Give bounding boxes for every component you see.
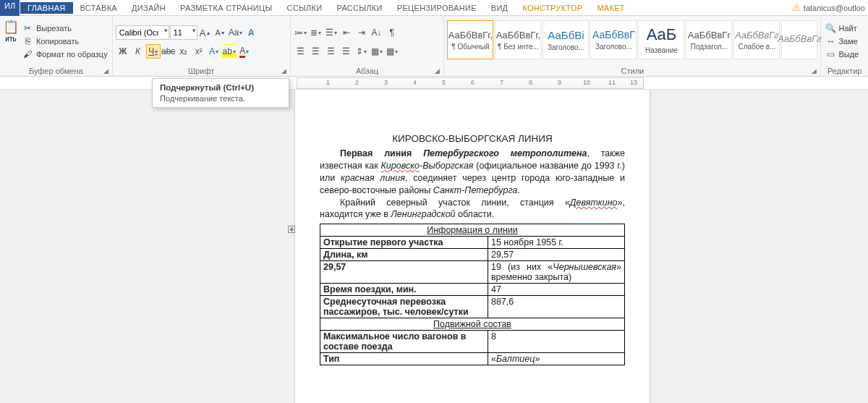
line-spacing-button[interactable]: ⇕ [354,44,369,59]
font-name-input[interactable] [116,25,169,40]
group-clipboard: 📋 ить ✂Вырезать ⎘Копировать 🖌Формат по о… [0,16,113,76]
group-label-editing: Редактир [824,65,865,76]
warning-icon: ⚠ [792,2,801,13]
find-button[interactable]: 🔍Найт [824,22,860,34]
replace-icon: ↔ [825,36,835,46]
horizontal-ruler[interactable]: 1 2 3 4 5 6 7 8 9 10 11 13 [297,77,644,89]
align-center-button[interactable]: ☰ [309,44,323,59]
shrink-font-button[interactable]: A▼ [213,25,228,40]
table-row: Тип«Балтиец» [320,353,625,365]
style-subtle[interactable]: АаБбВвГгСлабое в... [733,20,780,59]
group-paragraph: ≔ ≣ ☰ ⇤ ⇥ A↓ ¶ ☰ ☰ ☰ ☰ ⇕ ▦ ▦ Абзац ◢ [291,16,445,76]
copy-icon: ⎘ [22,36,33,46]
shading-button[interactable]: ▦ [370,44,384,59]
style-no-spacing[interactable]: АаБбВвГг,¶ Без инте... [495,20,541,59]
underline-button[interactable]: Ч [146,44,161,59]
table-header-1[interactable]: Информация о линии [320,224,625,237]
select-button[interactable]: ▭Выде [824,48,860,60]
styles-gallery[interactable]: АаБбВвГг,¶ Обычный АаБбВвГг,¶ Без инте..… [447,17,817,65]
subscript-button[interactable]: x₂ [176,44,191,59]
group-label-paragraph: Абзац [294,65,441,76]
font-size-combo[interactable] [170,25,197,40]
group-label-font: Шрифт [116,65,287,76]
tab-home[interactable]: ГЛАВНАЯ [20,2,73,14]
font-name-combo[interactable] [116,25,169,40]
group-editing: 🔍Найт ↔Заме ▭Выде Редактир [821,16,868,76]
tab-view[interactable]: ВИД [484,2,516,14]
doc-paragraph-2[interactable]: Крайний северный участок линии, станция … [320,197,625,221]
bold-button[interactable]: Ж [116,44,130,59]
tab-review[interactable]: РЕЦЕНЗИРОВАНИЕ [390,2,484,14]
paragraph-launcher[interactable]: ◢ [435,67,442,75]
tab-table-layout[interactable]: МАКЕТ [590,2,631,14]
tab-design[interactable]: ДИЗАЙН [124,2,173,14]
multilevel-button[interactable]: ☰ [324,25,339,40]
page[interactable]: КИРОВСКО-ВЫБОРГСКАЯ ЛИНИЯ Первая линия П… [295,90,650,403]
tooltip-body: Подчеркивание текста. [160,94,281,103]
table-row: Время поездки, мин.47 [320,284,625,296]
show-marks-button[interactable]: ¶ [385,25,399,40]
table-row: Открытие первого участка15 ноября 1955 г… [320,237,625,249]
group-styles: АаБбВвГг,¶ Обычный АаБбВвГг,¶ Без инте..… [444,16,821,76]
align-right-button[interactable]: ☰ [324,44,339,59]
user-account[interactable]: ⚠ tatanicus@outloo [792,2,868,13]
paste-button[interactable]: 📋 ить [3,17,19,65]
clipboard-icon: 📋 [3,19,19,35]
decrease-indent-button[interactable]: ⇤ [339,25,354,40]
ruler-bar: 1 2 3 4 5 6 7 8 9 10 11 13 [0,77,868,90]
sort-button[interactable]: A↓ [370,25,384,40]
strikethrough-button[interactable]: abc [161,44,176,59]
scissors-icon: ✂ [22,23,33,33]
tab-mailings[interactable]: РАССЫЛКИ [330,2,390,14]
brush-icon: 🖌 [22,49,33,59]
tab-constructor[interactable]: КОНСТРУКТОР [515,2,590,14]
tab-references[interactable]: ССЫЛКИ [280,2,330,14]
group-label-styles: Стили [447,65,817,76]
user-name: tatanicus@outloo [804,4,865,12]
align-justify-button[interactable]: ☰ [339,44,354,59]
italic-button[interactable]: К [131,44,145,59]
align-left-button[interactable]: ☰ [294,44,308,59]
font-color-button[interactable]: A [237,44,252,59]
cursor-icon: ▭ [825,49,835,59]
ribbon: 📋 ить ✂Вырезать ⎘Копировать 🖌Формат по о… [0,16,868,77]
styles-launcher[interactable]: ◢ [812,67,819,75]
format-painter-button[interactable]: 🖌Формат по образцу [20,48,109,60]
style-title[interactable]: АаБНазвание [638,20,684,59]
doc-table[interactable]: Информация о линии Открытие первого учас… [320,224,625,365]
tooltip-title: Подчеркнутый (Ctrl+U) [160,83,281,92]
table-row: Длина, км29,57 [320,249,625,261]
cut-button[interactable]: ✂Вырезать [20,22,109,34]
table-row: 29,5719 (из них «Чернышевская» временно … [320,261,625,284]
numbering-button[interactable]: ≣ [309,25,323,40]
clipboard-launcher[interactable]: ◢ [103,67,111,75]
increase-indent-button[interactable]: ⇥ [354,25,369,40]
style-heading2[interactable]: АаБбВвГЗаголово... [590,20,637,59]
borders-button[interactable]: ▦ [385,44,399,59]
document-canvas[interactable]: КИРОВСКО-ВЫБОРГСКАЯ ЛИНИЯ Первая линия П… [0,90,868,403]
table-header-2[interactable]: Подвижной состав [320,318,625,331]
tab-insert[interactable]: ВСТАВКА [73,2,124,14]
font-size-input[interactable] [170,25,197,40]
style-heading1[interactable]: АаБбВіЗаголово... [542,20,589,59]
replace-button[interactable]: ↔Заме [824,35,860,47]
style-normal[interactable]: АаБбВвГг,¶ Обычный [447,20,493,59]
change-case-button[interactable]: Aa [229,25,243,40]
group-label-clipboard: Буфер обмена [3,65,109,76]
search-icon: 🔍 [825,23,835,33]
underline-tooltip: Подчеркнутый (Ctrl+U) Подчеркивание текс… [152,78,289,108]
style-more[interactable]: АаБбВвГг [781,20,817,59]
bullets-button[interactable]: ≔ [294,25,308,40]
style-subtitle[interactable]: АаБбВвГгПодзагол... [686,20,732,59]
highlight-button[interactable]: ab [222,44,237,59]
tab-layout[interactable]: РАЗМЕТКА СТРАНИЦЫ [173,2,280,14]
font-launcher[interactable]: ◢ [281,67,289,75]
clear-formatting-button[interactable]: A̷ [244,25,258,40]
doc-paragraph-1[interactable]: Первая линия Петербургского метрополитен… [320,148,625,197]
copy-button[interactable]: ⎘Копировать [20,35,109,47]
grow-font-button[interactable]: A▲ [198,25,213,40]
doc-title[interactable]: КИРОВСКО-ВЫБОРГСКАЯ ЛИНИЯ [320,133,625,144]
table-move-handle[interactable]: ✥ [288,226,295,233]
superscript-button[interactable]: x² [192,44,206,59]
text-effects-button[interactable]: A [207,44,221,59]
